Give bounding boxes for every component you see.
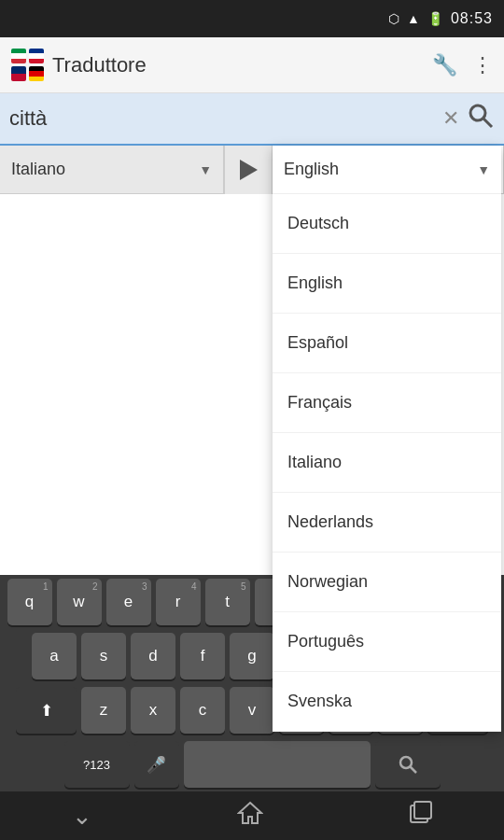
lang-dropdown-header[interactable]: English ▼ [273,146,501,194]
key-shift[interactable]: ⬆ [16,687,77,734]
search-input[interactable] [9,106,442,131]
svg-point-2 [400,757,412,768]
translate-button[interactable] [224,146,273,194]
svg-line-1 [483,119,492,127]
key-g[interactable]: g [230,633,274,679]
flag-uk [29,49,44,63]
more-options-icon[interactable]: ⋮ [472,53,493,77]
source-lang-arrow: ▼ [199,162,212,177]
wrench-icon[interactable]: 🔧 [432,53,457,77]
key-e[interactable]: 3e [106,579,151,625]
key-w[interactable]: 2w [57,579,102,625]
nav-recents-button[interactable] [408,801,432,831]
target-lang-select[interactable]: English ▼ Deutsch English Español França… [273,146,504,193]
flag-de [29,66,44,81]
svg-line-3 [410,767,416,774]
key-space[interactable] [184,741,371,788]
lang-option-deutsch[interactable]: Deutsch [273,194,501,254]
svg-point-0 [470,105,485,120]
key-r[interactable]: 4r [156,579,201,625]
app-title: Traduttore [52,53,417,77]
key-v[interactable]: v [230,687,274,734]
key-numbers[interactable]: ?123 [64,741,130,788]
key-search[interactable] [375,741,441,788]
battery-icon: 🔋 [427,11,443,26]
dropdown-arrow-icon: ▼ [477,162,490,177]
lang-option-english[interactable]: English [273,254,501,314]
key-f[interactable]: f [180,633,225,679]
key-z[interactable]: z [81,687,126,734]
nav-back-button[interactable]: ⌄ [72,802,92,831]
flag-italy [11,49,26,63]
status-bar: ⬡ ▲ 🔋 08:53 [0,0,504,37]
key-d[interactable]: d [131,633,175,679]
keyboard-row-4: ?123 🎤 [0,737,504,791]
key-a[interactable]: a [32,633,77,679]
signal-icon: ▲ [407,11,420,26]
lang-option-nederlands[interactable]: Nederlands [273,493,501,553]
lang-bar: Italiano ▼ English ▼ Deutsch English Esp… [0,146,504,194]
svg-rect-6 [414,802,431,819]
lang-dropdown: English ▼ Deutsch English Español França… [273,146,501,732]
source-lang-label: Italiano [11,160,65,179]
bluetooth-icon: ⬡ [388,11,399,26]
play-icon [240,160,258,180]
lang-option-svenska[interactable]: Svenska [273,672,501,732]
source-lang-select[interactable]: Italiano ▼ [0,146,224,193]
key-c[interactable]: c [180,687,225,734]
key-t[interactable]: 5t [205,579,250,625]
clear-icon[interactable]: ✕ [442,106,459,131]
key-mic[interactable]: 🎤 [134,741,179,788]
status-time: 08:53 [451,10,493,27]
search-icon[interactable] [467,102,495,136]
svg-marker-4 [239,803,261,823]
lang-option-francais[interactable]: Français [273,373,501,433]
lang-option-espanol[interactable]: Español [273,314,501,373]
key-q[interactable]: 1q [7,579,52,625]
lang-option-italiano[interactable]: Italiano [273,433,501,493]
key-s[interactable]: s [81,633,126,679]
title-bar: Traduttore 🔧 ⋮ [0,37,504,93]
key-x[interactable]: x [131,687,175,734]
flag-us [11,66,26,81]
nav-home-button[interactable] [237,800,263,832]
search-bar: ✕ [0,93,504,146]
bottom-nav: ⌄ [0,791,504,840]
dropdown-selected-label: English [284,160,339,179]
app-logo [11,49,45,82]
lang-option-norwegian[interactable]: Norwegian [273,553,501,612]
lang-option-portugues[interactable]: Português [273,612,501,672]
